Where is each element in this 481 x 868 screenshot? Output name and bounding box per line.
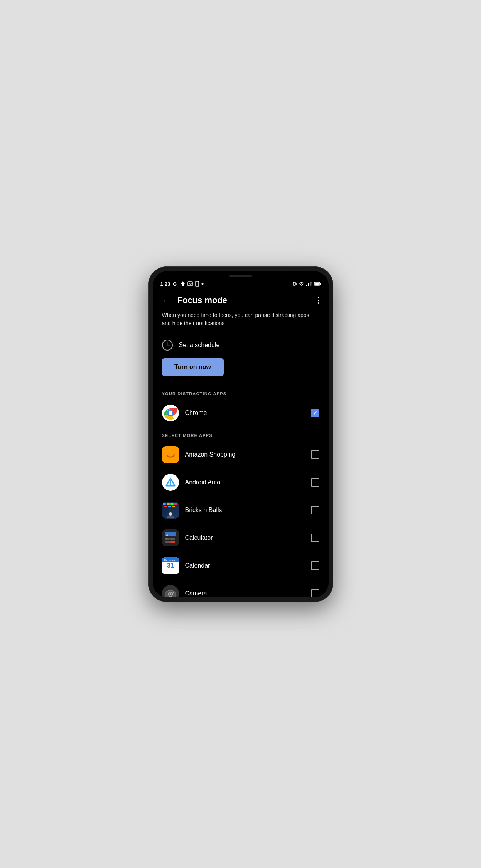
- svg-text:31: 31: [167, 562, 174, 569]
- phone-screen: 1:23 G: [153, 271, 329, 597]
- camera-app-icon: [162, 585, 179, 597]
- calendar-app-name: Calendar: [185, 562, 305, 569]
- calculator-checkbox[interactable]: [311, 534, 319, 542]
- svg-rect-2: [188, 282, 192, 286]
- svg-rect-11: [310, 282, 311, 286]
- svg-rect-10: [308, 283, 309, 286]
- wifi-icon: [299, 281, 305, 286]
- camera-dot-right: [326, 275, 329, 278]
- svg-marker-1: [181, 281, 185, 286]
- app-row-calendar[interactable]: 31 December Calendar: [153, 552, 329, 580]
- svg-point-24: [170, 484, 171, 485]
- status-left: 1:23 G: [160, 281, 204, 287]
- more-dot-1: [318, 297, 319, 298]
- more-button[interactable]: [316, 295, 321, 305]
- svg-point-5: [201, 283, 203, 285]
- svg-rect-6: [293, 282, 295, 285]
- svg-rect-37: [165, 541, 170, 543]
- svg-rect-31: [172, 506, 175, 507]
- calculator-app-name: Calculator: [185, 534, 305, 541]
- clock-icon: [162, 340, 173, 351]
- more-dot-2: [318, 300, 319, 301]
- svg-rect-26: [167, 503, 170, 505]
- battery-icon: [314, 281, 321, 286]
- svg-text:÷: ÷: [170, 534, 172, 536]
- calendar-app-icon: 31 December: [162, 557, 179, 574]
- camera-app-name: Camera: [185, 590, 305, 597]
- screen-icon: [195, 281, 199, 287]
- schedule-row[interactable]: Set a schedule: [153, 335, 329, 358]
- chrome-app-name: Chrome: [185, 410, 305, 416]
- vibrate-icon: [292, 281, 297, 287]
- camera-bar: [153, 271, 329, 280]
- svg-line-12: [312, 282, 312, 286]
- svg-text:-x: -x: [166, 534, 168, 536]
- svg-point-32: [169, 512, 172, 516]
- svg-rect-28: [174, 503, 177, 505]
- app-row-bricks[interactable]: Bricks n Balls: [153, 496, 329, 524]
- schedule-label: Set a schedule: [179, 342, 220, 349]
- back-button[interactable]: ←: [160, 295, 171, 307]
- more-apps-section-label: SELECT MORE APPS: [153, 427, 329, 441]
- svg-rect-38: [170, 541, 175, 543]
- svg-rect-25: [163, 503, 166, 505]
- camera-dot-left: [153, 275, 156, 278]
- amazon-checkbox[interactable]: [311, 450, 319, 459]
- camera-checkbox[interactable]: [311, 589, 319, 597]
- svg-rect-9: [306, 285, 307, 286]
- signal-icon: [306, 281, 312, 286]
- screen-content: ← Focus mode When you need time to focus…: [153, 288, 329, 597]
- calculator-app-icon: -x ÷ + =: [162, 529, 179, 546]
- google-icon: G: [173, 281, 178, 287]
- svg-point-47: [169, 593, 171, 595]
- top-bar: ← Focus mode: [153, 288, 329, 311]
- svg-rect-27: [170, 503, 174, 505]
- calendar-checkbox[interactable]: [311, 561, 319, 570]
- app-row-android-auto[interactable]: Android Auto: [153, 469, 329, 496]
- status-time: 1:23: [160, 281, 170, 287]
- svg-rect-29: [164, 506, 167, 507]
- svg-point-20: [166, 450, 175, 458]
- bricks-app-icon: [162, 502, 179, 519]
- page-title: Focus mode: [177, 295, 316, 305]
- distracting-section-label: YOUR DISTRACTING APPS: [153, 385, 329, 399]
- turn-on-button[interactable]: Turn on now: [162, 358, 224, 376]
- chrome-checkbox[interactable]: [311, 409, 319, 417]
- svg-point-19: [169, 411, 172, 415]
- chrome-app-icon: [162, 405, 179, 421]
- bricks-checkbox[interactable]: [311, 506, 319, 514]
- svg-rect-15: [320, 283, 321, 285]
- description-text: When you need time to focus, you can pau…: [153, 311, 329, 335]
- svg-rect-14: [315, 283, 319, 285]
- bricks-app-name: Bricks n Balls: [185, 507, 305, 514]
- svg-text:=: =: [171, 537, 173, 539]
- svg-rect-30: [168, 506, 171, 507]
- android-auto-checkbox[interactable]: [311, 478, 319, 487]
- svg-rect-33: [167, 516, 174, 518]
- upload-icon: [181, 281, 185, 287]
- svg-text:G: G: [173, 281, 177, 287]
- dot-icon: [201, 283, 204, 285]
- svg-point-48: [172, 592, 174, 593]
- app-row-calculator[interactable]: -x ÷ + = Calculator: [153, 524, 329, 552]
- svg-line-21: [174, 455, 174, 456]
- android-auto-app-icon: [162, 474, 179, 491]
- speaker: [229, 275, 252, 277]
- app-row-camera[interactable]: Camera: [153, 580, 329, 597]
- svg-rect-3: [196, 281, 199, 286]
- mail-icon: [187, 281, 193, 286]
- app-row-amazon[interactable]: Amazon Shopping: [153, 441, 329, 469]
- amazon-app-name: Amazon Shopping: [185, 451, 305, 458]
- more-dot-3: [318, 302, 319, 304]
- svg-text:+: +: [166, 537, 167, 539]
- amazon-app-icon: [162, 446, 179, 463]
- android-auto-app-name: Android Auto: [185, 479, 305, 486]
- status-right: [292, 281, 321, 287]
- app-row-chrome[interactable]: Chrome: [153, 399, 329, 427]
- phone-device: 1:23 G: [148, 266, 333, 602]
- svg-text:December: December: [164, 559, 177, 561]
- status-bar: 1:23 G: [153, 280, 329, 288]
